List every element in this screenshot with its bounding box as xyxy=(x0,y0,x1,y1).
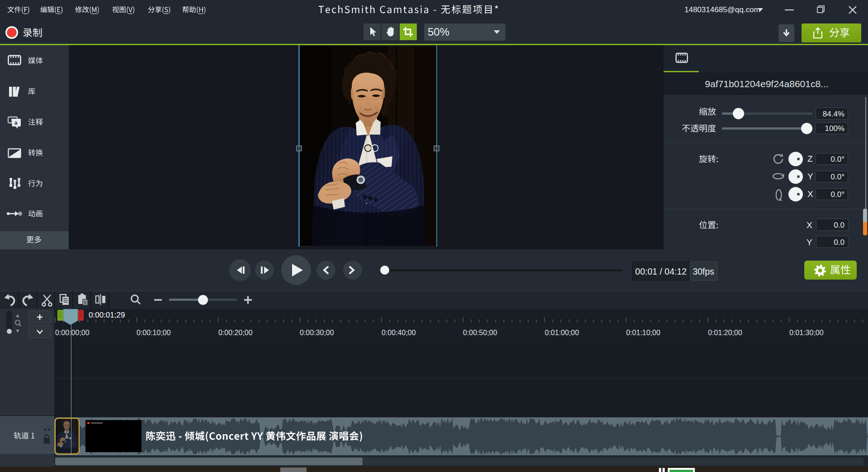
svg-text:a: a xyxy=(14,120,18,126)
